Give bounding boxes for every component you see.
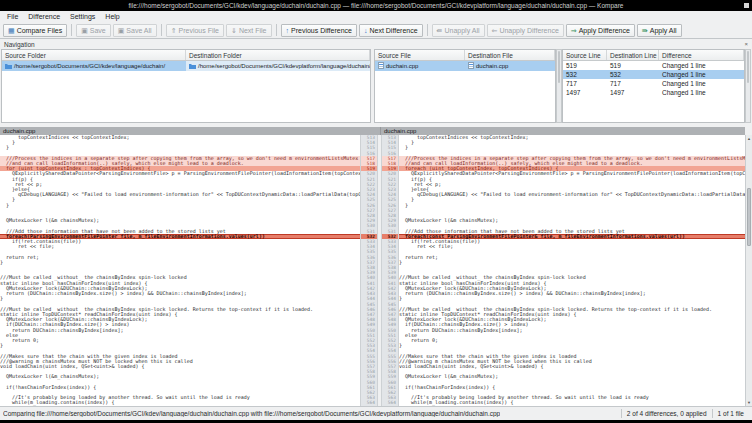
toolbar-button-label: Save All — [126, 27, 151, 34]
toolbar-button-save-all[interactable]: ▣Save All — [113, 24, 157, 37]
toolbar-button-save[interactable]: ▣Save — [76, 24, 111, 37]
menu-help[interactable]: Help — [100, 13, 124, 20]
destination-file-header[interactable]: Destination File — [465, 50, 555, 60]
source-line-value: 519 — [563, 61, 607, 70]
destination-folder-item[interactable]: /home/sergobot/Documents/GCI/kdevplatfor… — [186, 61, 370, 71]
menu-difference[interactable]: Difference — [23, 13, 65, 20]
source-line-header[interactable]: Source Line — [563, 50, 607, 60]
scroll-down-arrow[interactable]: ▼ — [746, 399, 752, 406]
destination-file-item[interactable]: duchain.cpp — [465, 61, 555, 71]
source-file-item[interactable]: duchain.cpp — [375, 61, 465, 71]
source-line-value: 1497 — [563, 88, 607, 97]
cpp-file-icon — [378, 62, 384, 70]
source-line-numbers: 5135145155165175185195205215225235245255… — [360, 135, 378, 406]
source-file-name: duchain.cpp — [386, 63, 418, 69]
scroll-track[interactable] — [746, 142, 752, 399]
titlebar: file:///home/sergobot/Documents/GCI/kdev… — [0, 0, 752, 11]
differences-scrollbar[interactable] — [745, 49, 751, 123]
apply-all-icon: ⇛ — [642, 27, 648, 34]
source-line-value: 717 — [563, 79, 607, 88]
next-difference-icon: ↓ — [364, 27, 368, 34]
source-folder-header[interactable]: Source Folder — [2, 50, 186, 60]
diff-count-status: 2 of 4 differences, 0 applied — [621, 409, 712, 418]
toolbar-button-next-file[interactable]: ⇓Next File — [226, 24, 272, 37]
destination-code-pane[interactable]: topContextIndices << topContextIndex; } … — [399, 135, 745, 406]
toolbar-separator — [161, 24, 162, 36]
unapply-difference-icon: ⇐ — [492, 27, 498, 34]
cpp-file-icon — [468, 62, 474, 70]
difference-row[interactable]: 532532Changed 1 line — [563, 70, 744, 79]
next-file-icon: ⇓ — [231, 27, 237, 34]
difference-value: Changed 1 line — [659, 70, 744, 79]
toolbar-button-label: Next Difference — [369, 27, 417, 34]
kompare-window: file:///home/sergobot/Documents/GCI/kdev… — [0, 0, 752, 423]
files-scrollbar[interactable] — [556, 49, 562, 123]
source-folder-item[interactable]: /home/sergobot/Documents/GCI/kdev/langua… — [2, 61, 186, 71]
diff-pane-titles: duchain.cpp duchain.cpp — [0, 127, 752, 135]
destination-line-numbers: 5135145155165175185195205215225235245255… — [381, 135, 399, 406]
folder-icon — [5, 63, 12, 70]
destination-folder-path: /home/sergobot/Documents/GCI/kdevplatfor… — [198, 63, 370, 69]
statusbar: Comparing file:///home/sergobot/Document… — [0, 406, 752, 420]
files-panel: Source File Destination File duchain.cpp… — [374, 49, 556, 123]
toolbar-separator — [276, 24, 277, 36]
destination-folder-header[interactable]: Destination Folder — [186, 50, 370, 60]
toolbar-separator — [427, 24, 428, 36]
navigation-title: Navigation — [4, 41, 35, 48]
differences-panel: Source Line Destination Line Difference … — [562, 49, 745, 123]
toolbar-button-label: Next File — [239, 27, 267, 34]
scroll-up-arrow[interactable]: ▲ — [746, 135, 752, 142]
save-all-icon: ▣ — [118, 27, 125, 34]
previous-difference-icon: ↑ — [286, 27, 290, 34]
toolbar-separator — [71, 24, 72, 36]
diff-vertical-scrollbar[interactable]: ▲ ▼ — [745, 135, 752, 406]
difference-value: Changed 1 line — [659, 61, 744, 70]
apply-difference-icon: ⇒ — [571, 27, 577, 34]
code-line: QExplicitlySharedDataPointer<ParsingEnvi… — [399, 171, 745, 176]
source-line-value: 532 — [563, 70, 607, 79]
toolbar-button-label: Apply Difference — [579, 27, 630, 34]
toolbar-button-compare-files[interactable]: ▦Compare Files — [3, 24, 67, 37]
destination-line-value: 1497 — [607, 88, 659, 97]
destination-file-name: duchain.cpp — [476, 63, 508, 69]
toolbar-button-previous-difference[interactable]: ↑Previous Difference — [281, 24, 357, 37]
unapply-all-icon: ⇚ — [437, 27, 443, 34]
destination-line-value: 532 — [607, 70, 659, 79]
pane-title-stub — [745, 127, 752, 135]
difference-value: Changed 1 line — [659, 79, 744, 88]
toolbar-button-unapply-difference[interactable]: ⇐Unapply Difference — [487, 24, 564, 37]
menubar: FileDifferenceSettingsHelp — [0, 11, 752, 22]
dock-close-icon[interactable]: × — [744, 41, 748, 47]
previous-file-icon: ⇑ — [171, 27, 177, 34]
toolbar-button-next-difference[interactable]: ↓Next Difference — [359, 24, 423, 37]
toolbar-button-apply-all[interactable]: ⇛Apply All — [637, 24, 682, 37]
destination-line-header[interactable]: Destination Line — [607, 50, 659, 60]
toolbar-button-previous-file[interactable]: ⇑Previous File — [166, 24, 224, 37]
navigation-dock-header: Navigation × — [0, 39, 752, 49]
source-folder-path: /home/sergobot/Documents/GCI/kdev/langua… — [14, 63, 165, 69]
close-button[interactable] — [744, 3, 749, 8]
scrollbar-thumb[interactable] — [747, 51, 749, 83]
difference-row[interactable]: 14971497Changed 1 line — [563, 88, 744, 97]
difference-row[interactable]: 717717Changed 1 line — [563, 79, 744, 88]
difference-row[interactable]: 519519Changed 1 line — [563, 61, 744, 70]
source-code-pane[interactable]: topContextIndices << topContextIndex; } … — [0, 135, 360, 406]
toolbar-button-label: Apply All — [650, 27, 677, 34]
toolbar-button-label: Compare Files — [17, 27, 63, 34]
destination-line-value: 519 — [607, 61, 659, 70]
menu-file[interactable]: File — [2, 13, 23, 20]
code-line: qCDebug(LANGUAGE) << "Failed to load env… — [0, 192, 360, 197]
source-pane-title: duchain.cpp — [0, 127, 381, 135]
toolbar-button-label: Save — [90, 27, 106, 34]
line-number: 564 — [361, 400, 377, 405]
difference-header[interactable]: Difference — [659, 50, 744, 60]
code-line: qCDebug(LANGUAGE) << "Failed to load env… — [399, 192, 745, 197]
toolbar-button-unapply-all[interactable]: ⇚Unapply All — [432, 24, 485, 37]
menu-settings[interactable]: Settings — [65, 13, 100, 20]
scrollbar-thumb[interactable] — [558, 51, 560, 83]
folder-icon — [189, 63, 196, 70]
source-file-header[interactable]: Source File — [375, 50, 465, 60]
toolbar: ▦Compare Files▣Save▣Save All⇑Previous Fi… — [0, 22, 752, 39]
toolbar-button-apply-difference[interactable]: ⇒Apply Difference — [566, 24, 635, 37]
scrollbar-thumb[interactable] — [747, 188, 751, 246]
